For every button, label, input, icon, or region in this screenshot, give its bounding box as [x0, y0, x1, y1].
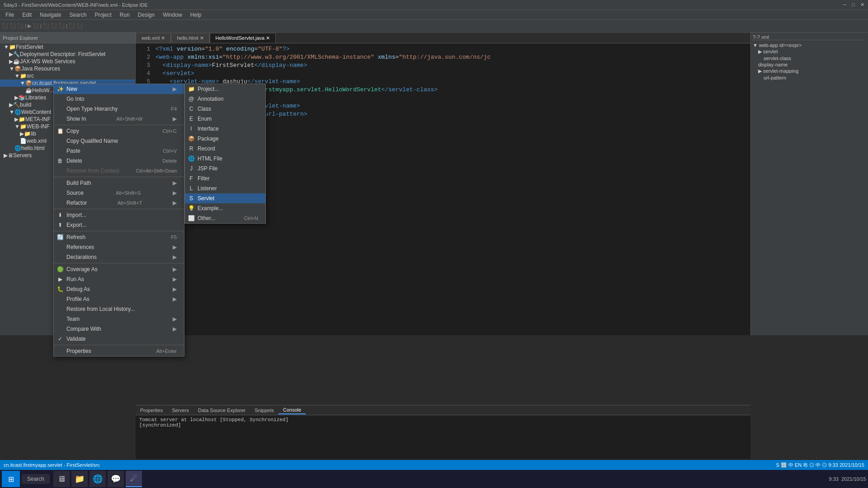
ctx-paste[interactable]: Paste Ctrl+V [54, 146, 184, 156]
taskbar-icon-eclipse[interactable]: ☄ [126, 471, 142, 487]
ctx-coverage-as[interactable]: 🟢 Coverage As ▶ [54, 264, 184, 274]
ctx-import[interactable]: ⬇ Import... [54, 210, 184, 220]
jsp-icon: J [188, 165, 195, 172]
ctx-profile-as[interactable]: Profile As ▶ [54, 294, 184, 304]
sub-html-file[interactable]: 🌐 HTML File [185, 154, 265, 164]
ctx-remove-context: Remove from Context Ctrl+Alt+Shift+Down [54, 166, 184, 176]
ctx-validate[interactable]: ✓ Validate [54, 334, 184, 344]
sub-annotation[interactable]: @ Annotation [185, 94, 265, 104]
search-button[interactable]: Search [22, 474, 50, 484]
submenu: 📁 Project... @ Annotation C Class E Enum… [184, 84, 266, 224]
sub-servlet[interactable]: S Servlet [185, 193, 265, 203]
example-icon: 💡 [188, 205, 195, 212]
bottom-panel: Properties Servers Data Source Explorer … [136, 405, 750, 459]
ctx-open-type-hierarchy[interactable]: Open Type Hierarchy F4 [54, 104, 184, 114]
tab-hello-html[interactable]: hello.html ✕ [171, 33, 209, 43]
console-line-2: [synchronized] [139, 422, 747, 428]
sub-project[interactable]: 📁 Project... [185, 84, 265, 94]
project-icon: 📁 [188, 85, 195, 93]
ctx-refactor[interactable]: Refactor Alt+Shift+T ▶ [54, 198, 184, 208]
tab-properties[interactable]: Properties [136, 407, 167, 414]
ctx-go-into[interactable]: Go Into [54, 94, 184, 104]
ctx-source[interactable]: Source Alt+Shift+S ▶ [54, 188, 184, 198]
ctx-build-path[interactable]: Build Path ▶ [54, 178, 184, 188]
taskbar-icon-1[interactable]: 🖥 [53, 471, 70, 487]
ctx-export[interactable]: ⬆ Export... [54, 220, 184, 230]
sep-6 [54, 345, 184, 345]
interface-icon: I [188, 125, 195, 132]
enum-icon: E [188, 115, 195, 122]
win-taskbar: ⊞ Search 🖥 📁 🌐 💬 ☄ 9:33 2021/10/15 [0, 470, 868, 488]
minimize-btn[interactable]: ─ [843, 2, 847, 8]
console-line-1: Tomcat server at localhost [Stopped, Syn… [139, 417, 747, 422]
menu-window[interactable]: Window [159, 11, 186, 19]
tab-datasource[interactable]: Data Source Explorer [193, 407, 250, 414]
bottom-tabs: Properties Servers Data Source Explorer … [136, 405, 750, 415]
sub-filter[interactable]: F Filter [185, 174, 265, 183]
menu-search[interactable]: Search [66, 11, 90, 19]
start-button[interactable]: ⊞ [2, 471, 20, 487]
sub-jsp-file[interactable]: J JSP File [185, 164, 265, 174]
sub-interface[interactable]: I Interface [185, 124, 265, 134]
menu-design[interactable]: Design [134, 11, 158, 19]
ctx-properties[interactable]: Properties Alt+Enter [54, 346, 184, 356]
refresh-icon: 🔄 [57, 234, 64, 241]
tab-servers[interactable]: Servers [167, 407, 193, 414]
sub-other[interactable]: ⬜ Other... Ctrl+N [185, 213, 265, 223]
sep-5 [54, 263, 184, 263]
other-icon: ⬜ [188, 215, 195, 222]
menu-run[interactable]: Run [116, 11, 133, 19]
sub-listener[interactable]: L Listener [185, 183, 265, 193]
sub-enum[interactable]: E Enum [185, 114, 265, 124]
sub-class[interactable]: C Class [185, 104, 265, 114]
taskbar-icon-2[interactable]: 📁 [71, 471, 88, 487]
ctx-compare-with[interactable]: Compare With ▶ [54, 324, 184, 334]
ctx-restore-history[interactable]: Restore from Local History... [54, 304, 184, 314]
sub-record[interactable]: R Record [185, 144, 265, 154]
sep-4 [54, 231, 184, 231]
ctx-team[interactable]: Team ▶ [54, 314, 184, 324]
ctx-copy[interactable]: 📋 Copy Ctrl+C [54, 126, 184, 136]
tab-hellowordservlet[interactable]: HelloWordServlet.java ✕ [210, 33, 276, 43]
console-output: Tomcat server at localhost [Stopped, Syn… [136, 415, 750, 430]
tree-deployment[interactable]: ▶ 🔧 Deployment Descriptor: FirstServlet [0, 51, 135, 58]
tree-java-resources[interactable]: ▼ 📦 Java Resources [0, 65, 135, 72]
export-icon: ⬆ [57, 221, 64, 229]
ctx-declarations[interactable]: Declarations ▶ [54, 252, 184, 262]
html-icon: 🌐 [188, 155, 195, 162]
menu-edit[interactable]: Edit [19, 11, 35, 19]
status-right: S 🔡 中 EN 布 ◎ 中 ◎ 9:33 2021/10/15 [776, 462, 864, 469]
sep-3 [54, 209, 184, 209]
context-menu: ✨ New ▶ Go Into Open Type Hierarchy F4 S… [53, 84, 184, 357]
ctx-show-in[interactable]: Show In Alt+Shift+W ▶ [54, 114, 184, 124]
tab-web-xml[interactable]: web.xml ✕ [136, 33, 171, 43]
menu-file[interactable]: File [2, 11, 18, 19]
taskbar-icon-3[interactable]: 🌐 [90, 471, 106, 487]
systray-time: 9:33 [829, 476, 839, 482]
sub-example[interactable]: 💡 Example... [185, 203, 265, 213]
tree-src[interactable]: ▼ 📁 src [0, 72, 135, 80]
tab-snippets[interactable]: Snippets [250, 407, 278, 414]
ctx-refresh[interactable]: 🔄 Refresh F5 [54, 232, 184, 242]
delete-icon: 🗑 [57, 157, 64, 164]
tab-console[interactable]: Console [278, 406, 306, 414]
maximize-btn[interactable]: □ [852, 2, 855, 8]
editor-tabs: web.xml ✕ hello.html ✕ HelloWordServlet.… [136, 33, 750, 43]
menu-project[interactable]: Project [91, 11, 115, 19]
ctx-new[interactable]: ✨ New ▶ [54, 84, 184, 94]
ctx-debug-as[interactable]: 🐛 Debug As ▶ [54, 284, 184, 294]
tree-jax-ws[interactable]: ▶ ☕ JAX-WS Web Services [0, 58, 135, 65]
status-bar: cn.itcast.firstmyapp.servlet - FirstServ… [0, 460, 868, 470]
menu-navigate[interactable]: Navigate [36, 11, 65, 19]
sub-package[interactable]: 📦 Package [185, 134, 265, 144]
close-btn[interactable]: ✕ [860, 2, 864, 8]
menu-help[interactable]: Help [187, 11, 205, 19]
ctx-run-as[interactable]: ▶ Run As ▶ [54, 274, 184, 284]
ctx-references[interactable]: References ▶ [54, 242, 184, 252]
annotation-icon: @ [188, 95, 195, 103]
ctx-copy-qualified-name[interactable]: Copy Qualified Name [54, 136, 184, 146]
tree-firstservlet[interactable]: ▼ 📁 FirstServlet [0, 43, 135, 51]
ctx-delete[interactable]: 🗑 Delete Delete [54, 156, 184, 166]
taskbar-icon-4[interactable]: 💬 [108, 471, 124, 487]
systray-date: 2021/10/15 [841, 476, 866, 482]
